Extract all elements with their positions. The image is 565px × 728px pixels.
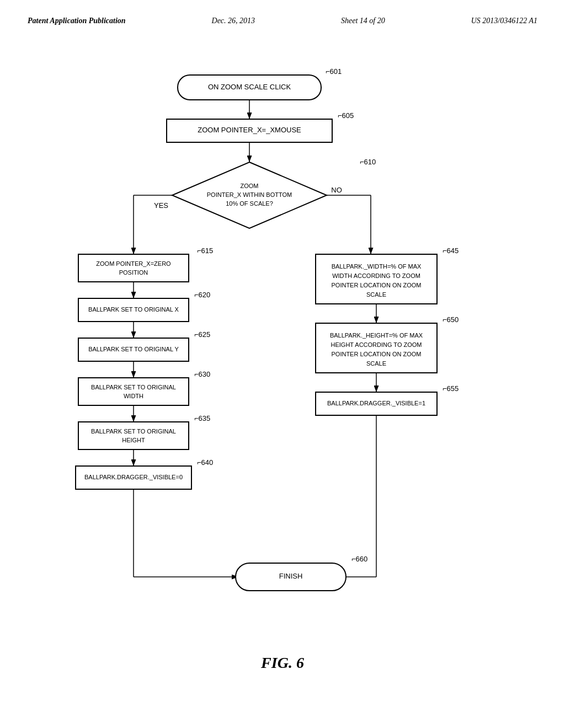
node-640: BALLPARK.DRAGGER._VISIBLE=0 ⌐640 (76, 458, 213, 489)
node-630-ref: ⌐630 (194, 370, 210, 378)
svg-rect-4 (78, 254, 189, 282)
node-630: BALLPARK SET TO ORIGINAL WIDTH ⌐630 (78, 370, 210, 405)
node-655-ref: ⌐655 (443, 384, 459, 393)
no-label: NO (331, 186, 342, 194)
node-601: ON ZOOM SCALE CLICK ⌐601 (178, 67, 342, 100)
node-610-label-3: 10% OF SCALE? (226, 200, 273, 207)
flowchart-svg: ON ZOOM SCALE CLICK ⌐601 ZOOM POINTER_X=… (45, 58, 520, 638)
header: Patent Application Publication Dec. 26, … (28, 17, 537, 25)
node-615-label-1: ZOOM POINTER_X=ZERO (96, 260, 171, 267)
node-640-ref: ⌐640 (197, 458, 213, 467)
yes-label: YES (154, 201, 168, 210)
node-610-label-1: ZOOM (241, 183, 259, 189)
node-645-label-2: WIDTH ACCORDING TO ZOOM (332, 272, 420, 279)
header-publication: Patent Application Publication (28, 17, 126, 25)
node-660: FINISH ⌐660 (236, 555, 367, 591)
node-620-label: BALLPARK SET TO ORIGINAL X (88, 306, 179, 313)
svg-rect-7 (78, 378, 189, 405)
page: Patent Application Publication Dec. 26, … (0, 0, 565, 728)
node-635-label-1: BALLPARK SET TO ORIGINAL (91, 428, 176, 435)
node-630-label-2: WIDTH (124, 393, 143, 399)
node-625-label: BALLPARK SET TO ORIGINAL Y (88, 346, 179, 352)
node-650-label-4: SCALE (366, 360, 386, 367)
node-635-ref: ⌐635 (194, 414, 210, 422)
node-650-label-2: HEIGHT ACCORDING TO ZOOM (331, 341, 422, 348)
node-615: ZOOM POINTER_X=ZERO POSITION ⌐615 (78, 247, 213, 282)
node-620-ref: ⌐620 (194, 291, 210, 299)
node-601-label: ON ZOOM SCALE CLICK (208, 83, 291, 91)
node-615-label-2: POSITION (119, 269, 148, 276)
figure-caption: FIG. 6 (28, 654, 537, 672)
node-645-label-4: SCALE (366, 291, 386, 298)
header-date: Dec. 26, 2013 (212, 17, 255, 25)
node-625-ref: ⌐625 (194, 330, 210, 339)
node-650-ref: ⌐650 (443, 315, 459, 324)
flowchart-container: ON ZOOM SCALE CLICK ⌐601 ZOOM POINTER_X=… (28, 47, 537, 638)
node-650-label-3: POINTER LOCATION ON ZOOM (332, 351, 422, 357)
node-605-ref: ⌐605 (338, 111, 354, 120)
node-645-ref: ⌐645 (443, 247, 459, 255)
node-605: ZOOM POINTER_X=_XMOUSE ⌐605 (167, 111, 354, 142)
svg-rect-8 (78, 422, 189, 449)
node-610-label-2: POINTER_X WITHIN BOTTOM (207, 191, 292, 198)
node-655: BALLPARK.DRAGGER._VISIBLE=1 ⌐655 (316, 384, 459, 415)
node-625: BALLPARK SET TO ORIGINAL Y ⌐625 (78, 330, 210, 361)
node-620: BALLPARK SET TO ORIGINAL X ⌐620 (78, 291, 210, 322)
header-sheet: Sheet 14 of 20 (341, 17, 385, 25)
node-635: BALLPARK SET TO ORIGINAL HEIGHT ⌐635 (78, 414, 210, 449)
node-601-ref: ⌐601 (326, 67, 342, 76)
node-610-ref: ⌐610 (360, 158, 376, 166)
node-645-label-1: BALLPARK._WIDTH=% OF MAX (332, 263, 422, 270)
node-640-label: BALLPARK.DRAGGER._VISIBLE=0 (84, 474, 183, 480)
node-660-label: FINISH (279, 572, 303, 580)
node-660-ref: ⌐660 (351, 555, 367, 563)
figure-caption-text: FIG. 6 (261, 654, 304, 671)
node-645-label-3: POINTER LOCATION ON ZOOM (332, 282, 422, 288)
node-615-ref: ⌐615 (197, 247, 213, 255)
node-650: BALLPARK._HEIGHT=% OF MAX HEIGHT ACCORDI… (316, 315, 459, 373)
node-635-label-2: HEIGHT (122, 437, 145, 443)
node-655-label: BALLPARK.DRAGGER._VISIBLE=1 (327, 400, 425, 406)
node-630-label-1: BALLPARK SET TO ORIGINAL (91, 384, 176, 390)
node-605-label: ZOOM POINTER_X=_XMOUSE (198, 126, 301, 134)
node-645: BALLPARK._WIDTH=% OF MAX WIDTH ACCORDING… (316, 247, 459, 304)
node-610: ZOOM POINTER_X WITHIN BOTTOM 10% OF SCAL… (172, 158, 376, 228)
node-650-label-1: BALLPARK._HEIGHT=% OF MAX (330, 332, 423, 339)
header-patent: US 2013/0346122 A1 (471, 17, 537, 25)
